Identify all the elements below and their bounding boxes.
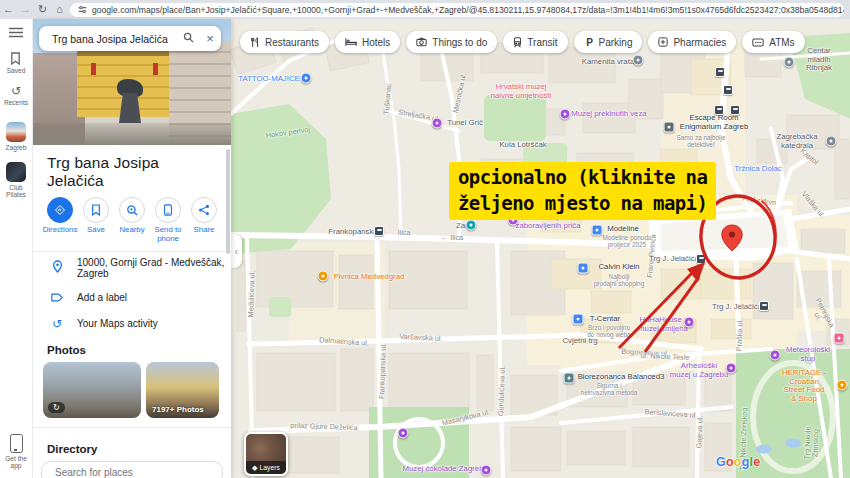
annotation-line-2: željeno mjesto na mapi) bbox=[458, 190, 707, 216]
transit-stop-icon[interactable] bbox=[714, 105, 724, 115]
search-input[interactable]: Trg bana Josipa Jelačića bbox=[52, 33, 177, 45]
address-text: 10000, Gornji Grad - Medveščak, Zagreb bbox=[77, 257, 231, 279]
photos-count: 7197+ Photos bbox=[152, 405, 204, 414]
poi-icon[interactable] bbox=[837, 380, 848, 391]
street-view-360-icon: ↻ bbox=[48, 402, 65, 413]
layers-button[interactable]: ◆ Layers bbox=[244, 432, 288, 476]
chip-things-to-do[interactable]: Things to do bbox=[406, 31, 497, 53]
directory-search[interactable] bbox=[41, 461, 223, 478]
chip-label: Pharmacies bbox=[673, 37, 726, 48]
reload-icon[interactable]: ↻ bbox=[34, 0, 51, 19]
train-icon bbox=[513, 37, 522, 48]
browser-toolbar: ← → ↻ ⌂ google.com/maps/place/Ban+Josip+… bbox=[0, 0, 850, 19]
chip-hotels[interactable]: Hotels bbox=[335, 31, 400, 53]
poi-icon[interactable] bbox=[664, 122, 675, 133]
layers-icon: ◆ bbox=[252, 464, 257, 472]
poi-icon[interactable] bbox=[826, 136, 837, 147]
photos-heading: Photos bbox=[47, 344, 217, 356]
add-label-row[interactable]: Add a label bbox=[33, 284, 231, 312]
poi-icon[interactable] bbox=[564, 373, 575, 384]
poi-icon[interactable] bbox=[466, 220, 477, 231]
url-text: google.com/maps/place/Ban+Josip+Jelačić+… bbox=[92, 5, 844, 15]
forward-icon[interactable]: → bbox=[17, 0, 34, 19]
poi-icon[interactable] bbox=[318, 271, 329, 282]
sidebar-item-saved[interactable]: Saved bbox=[7, 52, 26, 75]
google-logo-letter: o bbox=[734, 455, 742, 469]
poi-icon[interactable] bbox=[633, 55, 644, 66]
directory-search-input[interactable] bbox=[53, 466, 222, 478]
back-icon[interactable]: ← bbox=[0, 0, 17, 19]
close-icon[interactable]: × bbox=[199, 31, 221, 46]
send-to-phone-button[interactable]: Send to phone bbox=[151, 197, 185, 244]
chip-restaurants[interactable]: Restaurants bbox=[240, 31, 329, 53]
panel-scrollbar[interactable] bbox=[226, 149, 230, 254]
nearby-icon bbox=[119, 197, 145, 223]
google-logo-letter: G bbox=[716, 455, 726, 469]
poi-icon[interactable] bbox=[301, 73, 312, 84]
zagreb-thumbnail bbox=[6, 122, 26, 142]
action-buttons: Directions Save Nearby bbox=[33, 197, 231, 244]
street-view-thumbnail[interactable]: ↻ bbox=[43, 362, 141, 418]
sidebar-item-club-pilates[interactable]: Club Pilates bbox=[1, 162, 31, 199]
add-label-text: Add a label bbox=[77, 292, 127, 303]
parking-icon: P bbox=[584, 37, 594, 48]
poi-icon[interactable] bbox=[573, 314, 584, 325]
site-settings-icon[interactable] bbox=[78, 5, 87, 14]
transit-stop-icon[interactable] bbox=[715, 67, 725, 77]
address-row[interactable]: 10000, Gornji Grad - Medveščak, Zagreb bbox=[33, 252, 231, 284]
poi-icon[interactable] bbox=[481, 465, 492, 476]
maps-activity-row[interactable]: ↺ Your Maps activity bbox=[33, 312, 231, 336]
directions-button[interactable]: Directions bbox=[43, 197, 77, 244]
chip-pharmacies[interactable]: Pharmacies bbox=[648, 31, 736, 53]
transit-stop-icon[interactable] bbox=[759, 301, 769, 311]
poi-icon[interactable] bbox=[834, 333, 845, 344]
location-pin-icon bbox=[49, 259, 65, 277]
directory-heading: Directory bbox=[47, 443, 217, 455]
poi-icon[interactable] bbox=[770, 350, 781, 361]
send-to-phone-label: Send to phone bbox=[151, 226, 185, 244]
poi-icon[interactable] bbox=[592, 225, 603, 236]
sidebar-item-zagreb[interactable]: Zagreb bbox=[6, 122, 27, 152]
menu-button[interactable] bbox=[9, 27, 23, 38]
map-poi-layer bbox=[231, 19, 850, 478]
home-icon[interactable]: ⌂ bbox=[51, 0, 68, 19]
layers-label: Layers bbox=[259, 464, 279, 471]
transit-stop-icon[interactable] bbox=[374, 226, 384, 236]
address-bar[interactable]: google.com/maps/place/Ban+Josip+Jelačić+… bbox=[70, 3, 844, 17]
search-box[interactable]: Trg bana Josipa Jelačića × bbox=[39, 26, 221, 51]
poi-icon[interactable] bbox=[784, 57, 795, 68]
google-maps-app: ← → ↻ ⌂ google.com/maps/place/Ban+Josip+… bbox=[0, 0, 850, 478]
save-button[interactable]: Save bbox=[79, 197, 113, 244]
poi-icon[interactable] bbox=[560, 109, 571, 120]
poi-icon[interactable] bbox=[432, 118, 443, 129]
hamburger-icon bbox=[9, 27, 23, 38]
bookmark-icon bbox=[10, 52, 21, 65]
transit-stop-icon[interactable] bbox=[730, 105, 740, 115]
poi-icon[interactable] bbox=[578, 263, 589, 274]
chip-atms[interactable]: ATMs bbox=[742, 31, 804, 53]
photos-thumbnail[interactable]: 7197+ Photos bbox=[146, 362, 219, 418]
chip-parking[interactable]: P Parking bbox=[574, 31, 643, 53]
zagreb-label: Zagreb bbox=[6, 144, 27, 152]
share-button[interactable]: Share bbox=[187, 197, 221, 244]
chip-transit[interactable]: Transit bbox=[503, 31, 567, 53]
chip-label: Things to do bbox=[432, 37, 487, 48]
collapse-panel-button[interactable]: ‹ bbox=[231, 234, 242, 268]
chip-label: Transit bbox=[527, 37, 557, 48]
search-icon[interactable] bbox=[177, 32, 199, 45]
nearby-button[interactable]: Nearby bbox=[115, 197, 149, 244]
get-the-app-button[interactable]: Get the app bbox=[3, 434, 29, 470]
map-canvas[interactable]: TATTOO-MAJICEHokov perivojTuškanacStrelj… bbox=[231, 19, 850, 478]
directions-label: Directions bbox=[43, 226, 78, 235]
transit-stop-icon[interactable] bbox=[696, 254, 706, 264]
transit-stop-icon[interactable] bbox=[723, 85, 733, 95]
map-category-chips: Restaurants Hotels Things to do Transit … bbox=[240, 31, 805, 53]
place-title: Trg bana Josipa Jelačića bbox=[47, 154, 217, 190]
save-icon bbox=[83, 197, 109, 223]
sidebar-item-recents[interactable]: ↺ Recents bbox=[4, 85, 28, 107]
poi-icon[interactable] bbox=[726, 363, 737, 374]
chip-label: Hotels bbox=[362, 37, 390, 48]
poi-icon[interactable] bbox=[684, 317, 695, 328]
chip-label: ATMs bbox=[769, 37, 794, 48]
poi-icon[interactable] bbox=[398, 428, 409, 439]
